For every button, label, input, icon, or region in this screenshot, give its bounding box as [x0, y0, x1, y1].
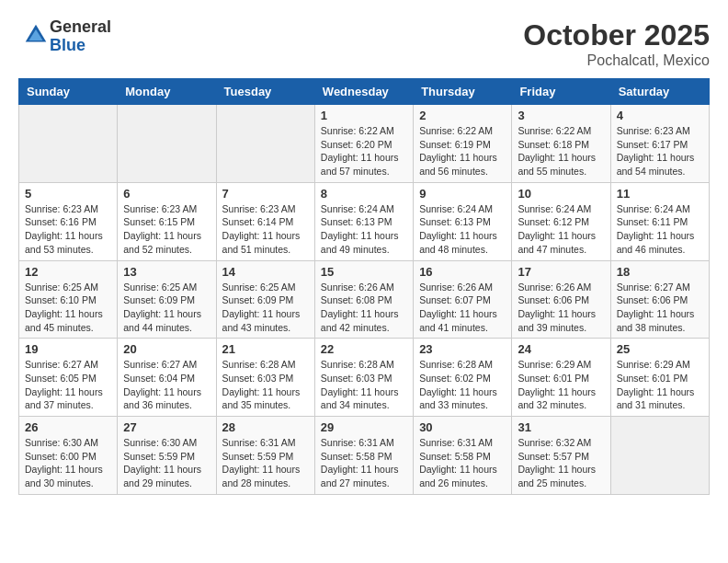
day-info: Sunrise: 6:26 AM Sunset: 6:08 PM Dayligh… — [321, 281, 407, 335]
day-info: Sunrise: 6:24 AM Sunset: 6:11 PM Dayligh… — [617, 202, 703, 257]
calendar-cell: 15Sunrise: 6:26 AM Sunset: 6:08 PM Dayli… — [314, 260, 413, 339]
calendar-cell: 21Sunrise: 6:28 AM Sunset: 6:03 PM Dayli… — [216, 339, 314, 417]
calendar-cell: 20Sunrise: 6:27 AM Sunset: 6:04 PM Dayli… — [118, 339, 216, 417]
day-number: 31 — [518, 420, 604, 434]
day-number: 17 — [518, 265, 604, 279]
calendar-cell — [610, 417, 709, 495]
day-number: 12 — [25, 265, 111, 279]
weekday-header-thursday: Thursday — [414, 79, 512, 105]
calendar-cell: 1Sunrise: 6:22 AM Sunset: 6:20 PM Daylig… — [314, 105, 413, 183]
day-number: 19 — [25, 342, 111, 356]
calendar-cell: 10Sunrise: 6:24 AM Sunset: 6:12 PM Dayli… — [512, 182, 610, 260]
calendar-cell: 13Sunrise: 6:25 AM Sunset: 6:09 PM Dayli… — [118, 260, 216, 339]
calendar-cell: 5Sunrise: 6:23 AM Sunset: 6:16 PM Daylig… — [19, 182, 118, 260]
weekday-header-sunday: Sunday — [19, 79, 118, 105]
day-info: Sunrise: 6:28 AM Sunset: 6:03 PM Dayligh… — [321, 358, 407, 412]
calendar-cell: 12Sunrise: 6:25 AM Sunset: 6:10 PM Dayli… — [19, 260, 118, 339]
calendar-cell: 30Sunrise: 6:31 AM Sunset: 5:58 PM Dayli… — [414, 417, 512, 495]
day-number: 26 — [25, 420, 111, 434]
day-number: 29 — [321, 420, 407, 434]
calendar-cell — [19, 105, 118, 183]
day-number: 18 — [617, 265, 703, 279]
day-info: Sunrise: 6:31 AM Sunset: 5:59 PM Dayligh… — [222, 436, 309, 490]
day-info: Sunrise: 6:25 AM Sunset: 6:10 PM Dayligh… — [25, 281, 111, 335]
day-number: 8 — [321, 187, 407, 201]
day-info: Sunrise: 6:31 AM Sunset: 5:58 PM Dayligh… — [321, 436, 407, 490]
calendar-cell: 3Sunrise: 6:22 AM Sunset: 6:18 PM Daylig… — [512, 105, 610, 183]
day-number: 24 — [518, 342, 604, 356]
day-number: 27 — [123, 420, 210, 434]
day-info: Sunrise: 6:31 AM Sunset: 5:58 PM Dayligh… — [419, 436, 506, 490]
weekday-header-friday: Friday — [512, 79, 610, 105]
calendar-week-row: 19Sunrise: 6:27 AM Sunset: 6:05 PM Dayli… — [19, 339, 710, 417]
calendar-cell: 26Sunrise: 6:30 AM Sunset: 6:00 PM Dayli… — [19, 417, 118, 495]
calendar-cell: 22Sunrise: 6:28 AM Sunset: 6:03 PM Dayli… — [314, 339, 413, 417]
logo-text: General Blue — [50, 18, 111, 55]
day-info: Sunrise: 6:24 AM Sunset: 6:12 PM Dayligh… — [518, 202, 604, 257]
calendar-week-row: 1Sunrise: 6:22 AM Sunset: 6:20 PM Daylig… — [19, 105, 710, 183]
day-info: Sunrise: 6:28 AM Sunset: 6:02 PM Dayligh… — [419, 358, 506, 412]
day-info: Sunrise: 6:22 AM Sunset: 6:19 PM Dayligh… — [419, 124, 506, 178]
day-number: 20 — [123, 342, 210, 356]
calendar-cell: 28Sunrise: 6:31 AM Sunset: 5:59 PM Dayli… — [216, 417, 314, 495]
day-info: Sunrise: 6:23 AM Sunset: 6:17 PM Dayligh… — [617, 124, 703, 178]
day-info: Sunrise: 6:26 AM Sunset: 6:06 PM Dayligh… — [518, 281, 604, 335]
calendar-cell — [216, 105, 314, 183]
day-info: Sunrise: 6:22 AM Sunset: 6:18 PM Dayligh… — [518, 124, 604, 178]
day-number: 21 — [222, 342, 309, 356]
day-info: Sunrise: 6:27 AM Sunset: 6:04 PM Dayligh… — [123, 358, 210, 412]
day-number: 10 — [518, 187, 604, 201]
calendar-cell: 2Sunrise: 6:22 AM Sunset: 6:19 PM Daylig… — [414, 105, 512, 183]
calendar-cell: 14Sunrise: 6:25 AM Sunset: 6:09 PM Dayli… — [216, 260, 314, 339]
calendar-cell: 4Sunrise: 6:23 AM Sunset: 6:17 PM Daylig… — [610, 105, 709, 183]
day-number: 16 — [419, 265, 506, 279]
weekday-header-monday: Monday — [118, 79, 216, 105]
calendar-cell: 24Sunrise: 6:29 AM Sunset: 6:01 PM Dayli… — [512, 339, 610, 417]
day-info: Sunrise: 6:25 AM Sunset: 6:09 PM Dayligh… — [123, 281, 210, 335]
month-title: October 2025 — [523, 18, 710, 52]
day-number: 5 — [25, 187, 111, 201]
day-info: Sunrise: 6:25 AM Sunset: 6:09 PM Dayligh… — [222, 281, 309, 335]
day-number: 4 — [617, 109, 703, 122]
calendar-cell: 19Sunrise: 6:27 AM Sunset: 6:05 PM Dayli… — [19, 339, 118, 417]
day-info: Sunrise: 6:27 AM Sunset: 6:06 PM Dayligh… — [617, 281, 703, 335]
calendar-cell: 29Sunrise: 6:31 AM Sunset: 5:58 PM Dayli… — [314, 417, 413, 495]
calendar-cell: 25Sunrise: 6:29 AM Sunset: 6:01 PM Dayli… — [610, 339, 709, 417]
day-info: Sunrise: 6:23 AM Sunset: 6:14 PM Dayligh… — [222, 202, 309, 257]
day-info: Sunrise: 6:26 AM Sunset: 6:07 PM Dayligh… — [419, 281, 506, 335]
calendar-cell: 9Sunrise: 6:24 AM Sunset: 6:13 PM Daylig… — [414, 182, 512, 260]
weekday-header-saturday: Saturday — [610, 79, 709, 105]
calendar-cell: 11Sunrise: 6:24 AM Sunset: 6:11 PM Dayli… — [610, 182, 709, 260]
logo-icon — [22, 21, 50, 49]
day-number: 2 — [419, 109, 506, 122]
day-info: Sunrise: 6:23 AM Sunset: 6:15 PM Dayligh… — [123, 202, 210, 257]
calendar-cell: 27Sunrise: 6:30 AM Sunset: 5:59 PM Dayli… — [118, 417, 216, 495]
page-header: General Blue October 2025 Pochalcatl, Me… — [18, 18, 710, 69]
calendar-cell: 8Sunrise: 6:24 AM Sunset: 6:13 PM Daylig… — [314, 182, 413, 260]
day-number: 15 — [321, 265, 407, 279]
day-number: 7 — [222, 187, 309, 201]
location: Pochalcatl, Mexico — [523, 52, 710, 69]
day-number: 3 — [518, 109, 604, 122]
logo: General Blue — [18, 18, 111, 55]
calendar-cell: 7Sunrise: 6:23 AM Sunset: 6:14 PM Daylig… — [216, 182, 314, 260]
weekday-header-tuesday: Tuesday — [216, 79, 314, 105]
day-number: 28 — [222, 420, 309, 434]
calendar-cell: 6Sunrise: 6:23 AM Sunset: 6:15 PM Daylig… — [118, 182, 216, 260]
day-number: 22 — [321, 342, 407, 356]
day-number: 23 — [419, 342, 506, 356]
day-info: Sunrise: 6:32 AM Sunset: 5:57 PM Dayligh… — [518, 436, 604, 490]
calendar-cell: 23Sunrise: 6:28 AM Sunset: 6:02 PM Dayli… — [414, 339, 512, 417]
day-number: 25 — [617, 342, 703, 356]
calendar-week-row: 5Sunrise: 6:23 AM Sunset: 6:16 PM Daylig… — [19, 182, 710, 260]
day-number: 14 — [222, 265, 309, 279]
calendar-week-row: 12Sunrise: 6:25 AM Sunset: 6:10 PM Dayli… — [19, 260, 710, 339]
day-number: 13 — [123, 265, 210, 279]
calendar-cell — [118, 105, 216, 183]
day-info: Sunrise: 6:29 AM Sunset: 6:01 PM Dayligh… — [518, 358, 604, 412]
weekday-header-wednesday: Wednesday — [314, 79, 413, 105]
day-info: Sunrise: 6:24 AM Sunset: 6:13 PM Dayligh… — [419, 202, 506, 257]
calendar-cell: 31Sunrise: 6:32 AM Sunset: 5:57 PM Dayli… — [512, 417, 610, 495]
day-info: Sunrise: 6:23 AM Sunset: 6:16 PM Dayligh… — [25, 202, 111, 257]
calendar-cell: 18Sunrise: 6:27 AM Sunset: 6:06 PM Dayli… — [610, 260, 709, 339]
